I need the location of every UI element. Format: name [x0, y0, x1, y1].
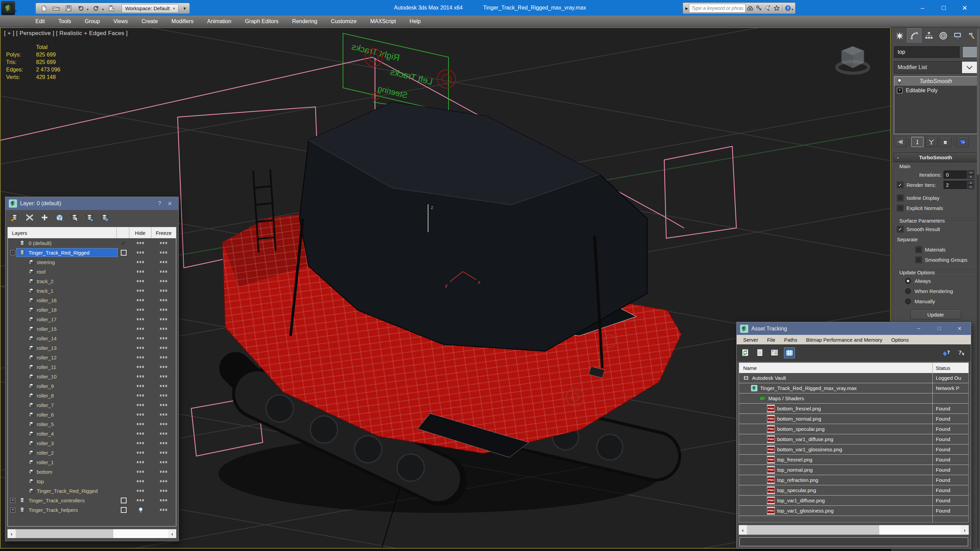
- configure-modifier-sets-button[interactable]: [956, 137, 969, 147]
- layer-row[interactable]: ·roller_5: [8, 419, 176, 429]
- freeze-cell[interactable]: [151, 376, 176, 377]
- hide-cell[interactable]: [130, 414, 151, 416]
- qat-customize-caret-icon[interactable]: ▼: [183, 6, 187, 11]
- layer-row[interactable]: -Tinger_Track_Red_Rigged: [8, 248, 176, 257]
- layer-row-name[interactable]: roller_4: [17, 430, 118, 438]
- freeze-column-header[interactable]: Freeze: [151, 227, 176, 238]
- layer-row[interactable]: ·roller_9: [8, 381, 176, 391]
- stack-item-turbosmooth[interactable]: TurboSmooth: [894, 76, 977, 86]
- asset-row[interactable]: PNGbottom_fresnel.pngFound: [739, 404, 969, 414]
- update-button[interactable]: Update: [910, 310, 961, 319]
- hide-cell[interactable]: [130, 452, 151, 454]
- layer-row-name[interactable]: roller_11: [17, 363, 118, 371]
- layer-row-name[interactable]: roller_9: [17, 382, 118, 390]
- status-column-header[interactable]: Status: [932, 363, 969, 373]
- tab-modify[interactable]: [907, 28, 921, 43]
- render-iters-spinner[interactable]: ▲▼: [967, 180, 974, 189]
- freeze-cell[interactable]: [151, 337, 176, 339]
- list-view-button[interactable]: [755, 347, 765, 358]
- at-minimize-button[interactable]: –: [914, 325, 924, 332]
- layer-row-name[interactable]: roof: [17, 268, 118, 276]
- asset-horizontal-scrollbar[interactable]: ‹ ›: [739, 525, 969, 535]
- redo-button[interactable]: [91, 4, 102, 13]
- tab-hierarchy[interactable]: [922, 28, 936, 43]
- layer-row-name[interactable]: track_1: [17, 287, 118, 295]
- hide-cell[interactable]: [130, 347, 151, 349]
- hide-cell[interactable]: [130, 299, 151, 301]
- delete-highlighted-layer-button[interactable]: [24, 213, 35, 222]
- layer-horizontal-scrollbar[interactable]: ‹ ›: [8, 529, 176, 538]
- modifier-list-arrow[interactable]: [962, 61, 977, 73]
- hide-cell[interactable]: [130, 261, 151, 263]
- freeze-cell[interactable]: [151, 490, 176, 492]
- tab-utilities[interactable]: [965, 28, 978, 43]
- asset-name-cell[interactable]: PNGtop_normal.png: [739, 465, 932, 475]
- menu-views[interactable]: Views: [107, 16, 134, 27]
- rollout-header[interactable]: - TurboSmooth: [893, 153, 978, 162]
- freeze-cell[interactable]: [151, 423, 176, 425]
- asset-row[interactable]: PNGtop_normal.pngFound: [739, 465, 969, 475]
- layer-row-name[interactable]: steering: [17, 258, 118, 266]
- freeze-cell[interactable]: [151, 385, 176, 387]
- freeze-cell[interactable]: [151, 499, 176, 501]
- menu-graph-editors[interactable]: Graph Editors: [238, 16, 285, 27]
- layer-row[interactable]: ·Tinger_Track_Red_Rigged: [8, 486, 176, 495]
- asset-row[interactable]: PNGbottom_specular.pngFound: [739, 424, 969, 434]
- layer-row[interactable]: ·roller_12: [8, 353, 176, 362]
- layer-row-name[interactable]: roller_10: [17, 372, 118, 381]
- layer-row-name[interactable]: bottom: [17, 468, 118, 476]
- current-layer-cell[interactable]: [118, 507, 130, 513]
- expander-icon[interactable]: +: [10, 508, 15, 513]
- freeze-cell[interactable]: [151, 442, 176, 444]
- render-iters-checkbox[interactable]: ✓: [897, 182, 904, 188]
- layers-column-header[interactable]: Layers: [8, 227, 116, 238]
- layer-row-name[interactable]: Tinger_Track_Red_Rigged: [17, 487, 118, 495]
- steering-helper-plane[interactable]: Right Tracks Left Tracks Steering: [343, 33, 456, 114]
- render-iters-field[interactable]: 2: [943, 181, 967, 189]
- at-menu-file[interactable]: File: [762, 337, 780, 343]
- pin-stack-button[interactable]: [894, 137, 906, 147]
- tab-create[interactable]: [892, 28, 907, 43]
- layer-row-name[interactable]: roller_16: [17, 296, 118, 304]
- freeze-cell[interactable]: [151, 299, 176, 301]
- materials-checkbox[interactable]: [915, 247, 922, 253]
- show-end-result-button[interactable]: [911, 137, 924, 147]
- freeze-cell[interactable]: [151, 414, 176, 416]
- search-expand-icon[interactable]: ▶: [684, 6, 689, 10]
- layer-row[interactable]: ·roller_3: [8, 438, 176, 448]
- hide-cell[interactable]: [130, 490, 151, 492]
- layer-row-name[interactable]: Tinger_Track_Red_Rigged: [17, 248, 118, 256]
- hide-cell[interactable]: [130, 356, 151, 358]
- merge-layers-button[interactable]: [84, 213, 95, 222]
- hide-cell[interactable]: [130, 290, 151, 291]
- layer-row[interactable]: ·roller_15: [8, 324, 176, 333]
- asset-row[interactable]: PNGtop_var1_diffuse.pngFound: [739, 495, 969, 506]
- asset-name-cell[interactable]: PNGtop_fresnel.png: [739, 455, 932, 465]
- hide-cell[interactable]: [130, 471, 151, 473]
- details-view-button[interactable]: [769, 347, 780, 358]
- set-current-layer-button[interactable]: [69, 213, 80, 222]
- hide-cell[interactable]: [130, 404, 151, 406]
- layer-row[interactable]: ·bottom: [8, 467, 176, 476]
- asset-row[interactable]: PNGtop_specular.pngFound: [739, 485, 969, 495]
- refresh-button[interactable]: [740, 347, 750, 358]
- freeze-cell[interactable]: [151, 461, 176, 463]
- layer-row[interactable]: ·roller_2: [8, 448, 176, 457]
- undo-caret-icon[interactable]: ▾: [87, 8, 89, 11]
- asset-row[interactable]: PNGtop_var1_glossiness.pngFound: [739, 506, 969, 516]
- at-menu-server[interactable]: Server: [739, 337, 762, 343]
- asset-tracking-titlebar[interactable]: Asset Tracking – □ ✕: [737, 322, 971, 335]
- always-radio[interactable]: [905, 278, 911, 284]
- layer-row-name[interactable]: roller_17: [17, 315, 118, 323]
- layer-row-name[interactable]: 0 (default): [17, 239, 118, 247]
- asset-name-cell[interactable]: PNGbottom_fresnel.png: [739, 404, 932, 414]
- layer-row-name[interactable]: roller_1: [17, 458, 118, 466]
- layer-row[interactable]: ·steering: [8, 257, 176, 267]
- freeze-cell[interactable]: [151, 347, 176, 349]
- menu-modifiers[interactable]: Modifiers: [165, 16, 200, 27]
- panel-scrollbar[interactable]: [977, 29, 979, 549]
- close-button[interactable]: ✕: [954, 0, 975, 16]
- freeze-cell[interactable]: [151, 433, 176, 435]
- asset-name-cell[interactable]: PNGbottom_normal.png: [739, 414, 932, 424]
- scroll-right-icon[interactable]: ›: [168, 531, 176, 537]
